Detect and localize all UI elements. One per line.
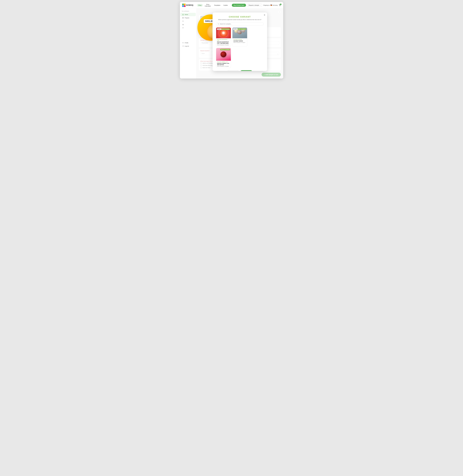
sidebar-profile-label: Profile	[185, 42, 188, 43]
svg-point-14	[183, 27, 183, 28]
grapefruit-info: RADLER GRAPEFRUIT 0.5% RADLER GRAPEFRUIT…	[216, 38, 231, 46]
coconut-category: COCONUT WATER	[233, 39, 246, 40]
shipping-country: Germany	[273, 4, 278, 6]
svg-rect-1	[184, 4, 186, 5]
svg-point-13	[183, 25, 184, 25]
modal-subtitle: Which previous approved variant would yo…	[216, 19, 264, 20]
svg-rect-11	[182, 24, 183, 25]
sidebar-projects-label: Projects	[185, 17, 189, 19]
svg-point-12	[182, 25, 183, 25]
cancel-button[interactable]: Cancel	[227, 70, 239, 71]
main-layout: Your workspace Home Projects	[180, 9, 283, 78]
cherry-info: RADLER CHERRY 0.4% RADLER CHERRY 0.4% - …	[216, 61, 231, 68]
grapefruit-name: RADLER GRAPEFRUIT 0.5% - NETHERLANDS	[217, 41, 230, 44]
coconut-badge: READY TO ORDER	[236, 28, 246, 30]
home-icon	[182, 14, 184, 15]
sample-grid: READY TO ORDER S 004.1 RADLER GRAPEFRUIT…	[216, 27, 264, 68]
nav-price-calculator[interactable]: Price Calculator	[203, 3, 212, 7]
svg-rect-2	[182, 5, 184, 7]
svg-point-4	[279, 6, 280, 6]
sample-card-cherry[interactable]: READY TO ORDER RADLER CHERRY 0.4% RADLER…	[216, 48, 231, 68]
sidebar-item-logout[interactable]: Log out	[180, 44, 196, 48]
grapefruit-badge: READY TO ORDER	[220, 28, 230, 30]
grapefruit-id: S 004.1	[217, 28, 221, 30]
sidebar-item-projects[interactable]: Projects	[180, 16, 196, 19]
search-icon	[218, 23, 219, 25]
svg-rect-6	[182, 17, 183, 18]
coconut-name: COCONUT WATER	[233, 40, 246, 42]
logo-icon	[182, 4, 186, 7]
sidebar: Your workspace Home Projects	[180, 9, 196, 78]
svg-point-5	[280, 6, 281, 6]
nav-actions: Buy Printed Cans Request a Sample → Ship…	[232, 4, 281, 7]
logout-icon	[182, 45, 184, 47]
logo: NOMOQ	[182, 4, 193, 7]
cart-button[interactable]: 1	[279, 4, 281, 7]
svg-point-15	[183, 42, 183, 43]
cart-badge: 1	[280, 4, 281, 5]
coconut-info: COCONUT WATER COCONUT WATER 500ml Standa…	[232, 38, 247, 44]
sidebar-item-3[interactable]	[180, 19, 196, 23]
flag-icon: 🇩🇪	[270, 4, 272, 6]
sample-search-input[interactable]	[220, 23, 262, 25]
modal-close-button[interactable]: ✕	[264, 14, 265, 16]
sidebar-item-home[interactable]: Home	[180, 13, 196, 16]
svg-rect-9	[183, 18, 184, 18]
request-sample-button[interactable]: Request a Sample →	[247, 4, 262, 7]
confirm-button[interactable]: Confirm	[240, 70, 252, 71]
buy-printed-cans-button[interactable]: Buy Printed Cans	[232, 4, 246, 7]
right-panel: Metallic Matte & Glossy Select the eleme…	[196, 9, 283, 78]
user-icon	[182, 27, 184, 28]
sample-card-coconut[interactable]: READY TO ORDER S 004.1 COCONUT WATER COC…	[232, 27, 247, 47]
workspace-label: Your workspace	[180, 10, 196, 13]
modal-search-bar	[216, 22, 264, 26]
modal-title: CHOOSE VARIANT	[216, 16, 264, 18]
grapefruit-inner	[219, 29, 228, 37]
truck-icon	[182, 24, 184, 25]
app-container: NOMOQ Shop Price Calculator Templates Gu…	[180, 2, 283, 78]
svg-rect-0	[182, 4, 184, 5]
projects-icon	[182, 17, 184, 19]
svg-point-16	[218, 23, 219, 24]
nav-links: Shop Price Calculator Templates Guides	[197, 3, 229, 7]
svg-rect-7	[183, 17, 184, 18]
sidebar-item-5[interactable]	[180, 26, 196, 29]
modal-actions: Cancel Confirm	[216, 70, 264, 71]
modal-overlay: S001.001.1 ✕ CHOOSE VARIANT Which previo…	[196, 9, 283, 78]
sidebar-logout-label: Log out	[185, 45, 189, 47]
svg-rect-3	[184, 5, 186, 7]
coconut-id: S 004.1	[233, 28, 238, 30]
sample-card-grapefruit[interactable]: READY TO ORDER S 004.1 RADLER GRAPEFRUIT…	[216, 27, 231, 47]
coconut-desc: 500ml Standard | Full gloss	[233, 42, 246, 43]
cherry-desc: 500ml Standard | Full gloss	[217, 66, 230, 67]
grapefruit-core	[222, 31, 225, 35]
grapefruit-desc: 500ml Standard | Full gloss	[217, 44, 230, 45]
grapefruit-category: RADLER GRAPEFRUIT 0.5%	[217, 39, 230, 41]
top-nav: NOMOQ Shop Price Calculator Templates Gu…	[180, 2, 283, 9]
sidebar-item-4[interactable]	[180, 23, 196, 26]
cherry-ball	[221, 52, 226, 57]
nav-guides[interactable]: Guides	[222, 4, 229, 7]
sidebar-home-label: Home	[185, 14, 188, 15]
svg-rect-8	[182, 18, 183, 18]
shipping-label: Shipping to:	[263, 4, 270, 6]
sidebar-item-profile[interactable]: Profile	[180, 41, 196, 44]
nav-shop[interactable]: Shop	[197, 4, 203, 7]
cherry-badge: READY TO ORDER	[220, 49, 230, 50]
svg-point-10	[183, 21, 183, 21]
choose-variant-modal: ✕ CHOOSE VARIANT Which previous approved…	[213, 12, 267, 71]
settings-icon	[182, 20, 184, 22]
profile-icon	[182, 42, 184, 43]
nav-templates[interactable]: Templates	[213, 4, 222, 7]
cherry-name: RADLER CHERRY 0.4% - 3RD EDITION	[217, 63, 230, 66]
cherry-category: RADLER CHERRY 0.4%	[217, 61, 230, 62]
shipping-area: Shipping to: 🇩🇪 Germany	[263, 4, 278, 6]
logo-text: NOMOQ	[186, 4, 193, 6]
